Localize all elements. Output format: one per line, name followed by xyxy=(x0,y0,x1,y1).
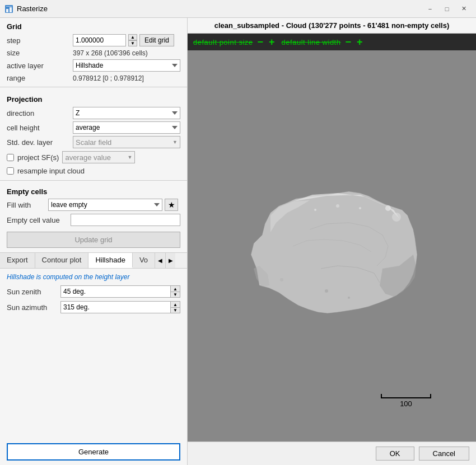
line-width-control: default line width − + xyxy=(282,37,364,47)
sun-zenith-label: Sun zenith xyxy=(7,288,57,296)
line-width-minus[interactable]: − xyxy=(344,37,352,47)
svg-point-11 xyxy=(280,278,283,281)
edit-grid-button[interactable]: Edit grid xyxy=(139,34,174,46)
hillshade-tab-content: Hillshade is computed on the height laye… xyxy=(0,269,187,439)
size-value: 397 x 268 (106'396 cells) xyxy=(73,49,180,57)
empty-cell-value-input[interactable] xyxy=(71,214,180,226)
step-down-btn[interactable]: ▼ xyxy=(128,40,137,46)
cell-height-label: cell height xyxy=(7,124,68,132)
preview-header: clean_subsampled - Cloud (130'277 points… xyxy=(188,18,476,34)
std-dev-value: Scalar field xyxy=(76,138,111,147)
point-size-minus[interactable]: − xyxy=(256,37,265,47)
left-panel: Grid step ▲ ▼ Edit grid size 397 x 268 (… xyxy=(0,18,188,465)
empty-cells-header: Empty cells xyxy=(0,184,187,197)
step-spinner: ▲ ▼ xyxy=(128,34,137,46)
svg-point-4 xyxy=(392,213,401,222)
tab-export[interactable]: Export xyxy=(0,253,35,268)
fill-with-select[interactable]: leave empty 0 NaN interpolate xyxy=(48,199,162,211)
cell-height-select[interactable]: average minimum maximum xyxy=(73,121,180,134)
step-up-btn[interactable]: ▲ xyxy=(128,34,137,40)
grid-section-header: Grid xyxy=(0,18,187,33)
sun-azimuth-input-row: ▲ ▼ xyxy=(60,301,180,313)
scale-label: 100 xyxy=(400,400,412,408)
window-title: Rasterize xyxy=(17,4,422,13)
title-bar: Rasterize − □ ✕ xyxy=(0,0,476,18)
active-layer-select[interactable]: Hillshade xyxy=(73,59,180,72)
std-dev-arrow: ▼ xyxy=(172,139,178,145)
project-sf-dropdown-value: average value xyxy=(65,153,111,162)
resample-checkbox[interactable] xyxy=(7,167,14,175)
line-width-label: default line width xyxy=(282,38,341,46)
point-size-plus[interactable]: + xyxy=(268,37,276,47)
direction-label: direction xyxy=(7,109,68,118)
scale-line xyxy=(381,394,431,398)
tabs-bar: Export Contour plot Hillshade Vo ◀ ▶ xyxy=(0,252,187,269)
svg-point-7 xyxy=(336,204,339,208)
sun-zenith-input[interactable] xyxy=(60,285,170,298)
sun-zenith-up[interactable]: ▲ xyxy=(170,285,180,292)
sun-azimuth-up[interactable]: ▲ xyxy=(170,301,180,307)
cloud-separator: - xyxy=(282,21,286,30)
tab-contour-plot[interactable]: Contour plot xyxy=(35,253,89,268)
update-grid-button[interactable]: Update grid xyxy=(7,232,180,248)
step-label: step xyxy=(7,36,68,45)
svg-rect-3 xyxy=(6,6,12,7)
project-sf-label: project SF(s) xyxy=(17,153,59,162)
close-button[interactable]: ✕ xyxy=(456,3,472,15)
hillshade-form: Sun zenith ▲ ▼ Sun azimuth ▲ ▼ xyxy=(7,285,180,313)
project-sf-row: project SF(s) average value ▼ xyxy=(0,149,187,165)
range-value: 0.978912 [0 ; 0.978912] xyxy=(73,74,180,82)
empty-cell-value-label: Empty cell value xyxy=(7,216,68,224)
tab-scroll-left[interactable]: ◀ xyxy=(155,253,165,268)
resample-label: resample input cloud xyxy=(17,167,85,175)
tab-hillshade[interactable]: Hillshade xyxy=(88,253,132,268)
title-bar-controls: − □ ✕ xyxy=(422,3,472,15)
terrain-preview xyxy=(226,157,438,336)
sun-azimuth-spinner: ▲ ▼ xyxy=(170,301,180,313)
fill-star-button[interactable]: ★ xyxy=(165,199,178,211)
right-panel: clean_subsampled - Cloud (130'277 points… xyxy=(188,18,476,465)
app-icon xyxy=(4,4,13,13)
sun-zenith-input-row: ▲ ▼ xyxy=(60,285,180,298)
svg-rect-1 xyxy=(6,9,8,12)
direction-select[interactable]: Z X Y xyxy=(73,107,180,119)
preview-canvas[interactable]: 100 xyxy=(188,50,476,441)
ok-button[interactable]: OK xyxy=(376,447,414,461)
fill-with-label: Fill with xyxy=(7,201,46,209)
empty-cell-value-row: Empty cell value xyxy=(0,213,187,227)
project-sf-checkbox[interactable] xyxy=(7,154,14,161)
tab-scroll-right[interactable]: ▶ xyxy=(165,253,175,268)
step-input-wrap: ▲ ▼ Edit grid xyxy=(73,34,180,46)
std-dev-dropdown: Scalar field ▼ xyxy=(73,136,180,148)
sun-azimuth-down[interactable]: ▼ xyxy=(170,307,180,313)
step-input[interactable] xyxy=(73,34,126,46)
grid-form: step ▲ ▼ Edit grid size 397 x 268 (106'3… xyxy=(0,33,187,83)
minimize-button[interactable]: − xyxy=(422,3,438,15)
sun-azimuth-label: Sun azimuth xyxy=(7,303,57,312)
svg-point-10 xyxy=(348,297,350,299)
project-sf-dropdown: average value ▼ xyxy=(62,151,135,163)
svg-point-9 xyxy=(325,289,328,293)
point-size-label: default point size xyxy=(193,38,253,46)
cloud-name: clean_subsampled xyxy=(214,21,279,30)
scale-bar: 100 xyxy=(381,394,431,408)
sun-azimuth-input[interactable] xyxy=(60,301,170,313)
preview-toolbar: default point size − + default line widt… xyxy=(188,34,476,50)
cloud-type: Cloud xyxy=(286,21,307,30)
svg-point-5 xyxy=(385,205,391,211)
point-size-control: default point size − + xyxy=(193,37,276,47)
main-layout: Grid step ▲ ▼ Edit grid size 397 x 268 (… xyxy=(0,18,476,465)
line-width-plus[interactable]: + xyxy=(356,37,364,47)
resample-row: resample input cloud xyxy=(0,165,187,177)
maximize-button[interactable]: □ xyxy=(439,3,455,15)
tab-vo[interactable]: Vo xyxy=(133,253,155,268)
projection-form: direction Z X Y cell height average mini… xyxy=(0,106,187,149)
hillshade-info: Hillshade is computed on the height laye… xyxy=(7,273,180,281)
sun-zenith-down[interactable]: ▼ xyxy=(170,292,180,298)
dialog-footer: OK Cancel xyxy=(188,441,476,465)
std-dev-label: Std. dev. layer xyxy=(7,138,68,147)
cancel-button[interactable]: Cancel xyxy=(419,447,469,461)
svg-point-6 xyxy=(314,209,316,211)
sun-zenith-spinner: ▲ ▼ xyxy=(170,285,180,298)
generate-button[interactable]: Generate xyxy=(7,443,180,461)
